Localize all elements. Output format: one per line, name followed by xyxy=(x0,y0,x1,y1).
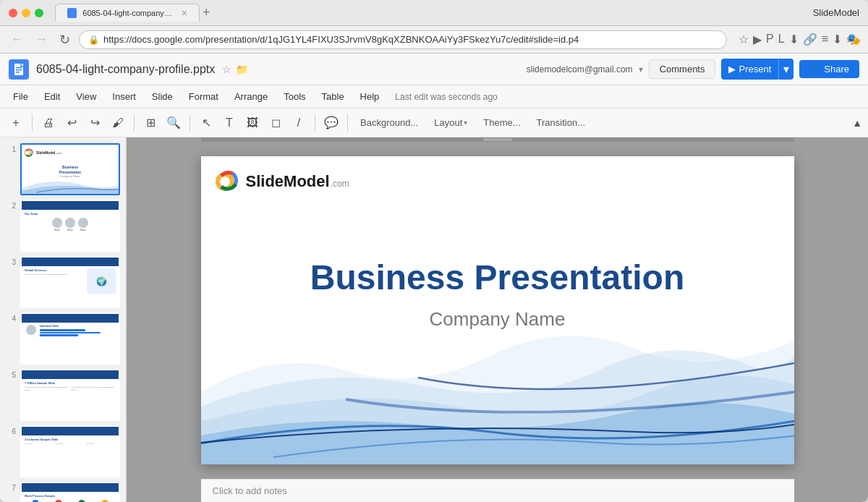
tab-close-icon[interactable]: × xyxy=(182,7,187,19)
text-tool-button[interactable]: T xyxy=(219,113,239,133)
toolbar-separator-5 xyxy=(347,114,348,132)
tab-area: 6085-04-light-company-p... × + xyxy=(55,4,807,22)
filename-icons: ☆ 📁 xyxy=(222,64,248,75)
url-text: https://docs.google.com/presentation/d/1… xyxy=(103,34,718,45)
lock-icon: 🔒 xyxy=(88,35,99,45)
maximize-button[interactable] xyxy=(35,9,43,17)
slide-main-title: Business Presentation xyxy=(201,258,794,297)
layout-label: Layout xyxy=(434,117,462,128)
present-dropdown-icon[interactable]: ▾ xyxy=(778,59,793,80)
slide-item-4[interactable]: 4 Individual Skills xyxy=(6,312,120,365)
collapse-toolbar-button[interactable]: ▲ xyxy=(852,117,862,129)
browser-icons: ☆ ▶ P L ⬇ 🔗 ≡ ⬇ 🎭 xyxy=(739,33,861,46)
share-button[interactable]: 👤 Share xyxy=(799,60,859,78)
refresh-button[interactable]: ↻ xyxy=(56,32,73,48)
toolbar-separator-2 xyxy=(134,114,135,132)
select-tool-button[interactable]: ↖ xyxy=(196,113,216,133)
present-button[interactable]: ▶ Present xyxy=(721,59,778,80)
theme-dropdown[interactable]: Theme... xyxy=(477,114,527,131)
notes-placeholder: Click to add notes xyxy=(213,485,287,496)
slide-number-1: 1 xyxy=(6,143,16,153)
menu-help[interactable]: Help xyxy=(353,88,387,105)
menu-file[interactable]: File xyxy=(6,88,35,105)
slide-thumb-4[interactable]: Individual Skills xyxy=(20,312,120,365)
pinterest-icon[interactable]: P xyxy=(766,33,774,46)
last-edit-status: Last edit was seconds ago xyxy=(395,92,497,102)
tab-favicon xyxy=(67,8,77,18)
zoom-display-button[interactable]: ⊞ xyxy=(140,113,161,133)
slide-thumb-5[interactable]: 7 Offline Sample Slide Lorem ipsum dolor… xyxy=(20,369,120,421)
background-dropdown[interactable]: Background... xyxy=(354,114,425,131)
image-tool-button[interactable]: 🖼 xyxy=(242,113,263,133)
menu-tools[interactable]: Tools xyxy=(276,88,312,105)
undo-button[interactable]: ↩ xyxy=(61,113,82,133)
back-button[interactable]: ← xyxy=(7,32,26,47)
slide-item-1[interactable]: 1 SlideModel.com Busin xyxy=(6,143,120,195)
comments-button[interactable]: Comments xyxy=(649,59,716,79)
print-button[interactable]: 🖨 xyxy=(38,113,59,133)
slides-panel: 1 SlideModel.com Busin xyxy=(0,137,127,502)
document-title[interactable]: 6085-04-light-company-profile.pptx xyxy=(36,63,215,76)
extension4-icon[interactable]: ⬇ xyxy=(833,33,842,46)
slide-thumb-6[interactable]: 3 Columns Sample Slide Col 1 text Col 2 … xyxy=(20,425,120,477)
menu-edit[interactable]: Edit xyxy=(37,88,67,105)
logo-text: SlideModel xyxy=(246,172,330,191)
slide-item-3[interactable]: 3 Global Services Lorem ipsum dolor sit … xyxy=(6,256,120,308)
slide-item-2[interactable]: 2 Our Team Name xyxy=(6,200,120,252)
favorite-icon[interactable]: ☆ xyxy=(222,64,231,75)
line-tool-button[interactable]: / xyxy=(289,113,309,133)
user-area: slidemodelcom@gmail.com ▾ Comments ▶ Pre… xyxy=(527,59,859,80)
menu-slide[interactable]: Slide xyxy=(145,88,180,105)
address-bar: ← → ↻ 🔒 https://docs.google.com/presenta… xyxy=(0,26,868,54)
lastpass-icon[interactable]: L xyxy=(778,33,785,46)
new-tab-button[interactable]: + xyxy=(203,5,210,20)
toolbar: + 🖨 ↩ ↪ 🖌 ⊞ 🔍 ↖ T 🖼 ◻ / 💬 Background... … xyxy=(0,109,868,137)
slide-thumb-7[interactable]: Work Process Sample ⚙ 📋 ✓ ★ xyxy=(20,482,120,502)
menu-arrange[interactable]: Arrange xyxy=(227,88,275,105)
extension3-icon[interactable]: ≡ xyxy=(822,33,828,46)
move-to-folder-icon[interactable]: 📁 xyxy=(236,64,248,75)
extension5-icon[interactable]: 🎭 xyxy=(846,33,861,46)
transition-label: Transition... xyxy=(537,117,585,128)
user-email[interactable]: slidemodelcom@gmail.com xyxy=(527,64,633,75)
slide-thumb-1[interactable]: SlideModel.com BusinessPresentation Comp… xyxy=(20,143,120,195)
zoom-in-button[interactable]: + xyxy=(6,113,26,133)
slide-logo-area: SlideModel .com xyxy=(216,168,349,195)
browser-tab[interactable]: 6085-04-light-company-p... × xyxy=(55,4,200,22)
extension-icon[interactable]: ⬇ xyxy=(789,33,799,46)
redo-button[interactable]: ↪ xyxy=(85,113,105,133)
extension2-icon[interactable]: 🔗 xyxy=(803,33,817,46)
slide-thumb-3[interactable]: Global Services Lorem ipsum dolor sit am… xyxy=(20,256,120,308)
layout-dropdown[interactable]: Layout ▾ xyxy=(427,114,474,131)
transition-dropdown[interactable]: Transition... xyxy=(530,114,592,131)
address-field[interactable]: 🔒 https://docs.google.com/presentation/d… xyxy=(79,30,727,49)
forward-button[interactable]: → xyxy=(32,32,51,47)
browser-window: 6085-04-light-company-p... × + SlideMode… xyxy=(0,0,868,502)
menu-format[interactable]: Format xyxy=(182,88,226,105)
canvas-area: SlideModel .com Business Presentation Co… xyxy=(127,137,868,502)
pocket-icon[interactable]: ▶ xyxy=(753,33,762,46)
slide-item-7[interactable]: 7 Work Process Sample ⚙ 📋 ✓ ★ xyxy=(6,482,120,502)
slide-number-2: 2 xyxy=(6,200,16,210)
minimize-button[interactable] xyxy=(22,9,30,17)
paint-format-button[interactable]: 🖌 xyxy=(108,113,128,133)
share-icon: 👤 xyxy=(809,64,821,75)
menu-view[interactable]: View xyxy=(69,88,103,105)
slide-number-4: 4 xyxy=(6,312,16,323)
theme-label: Theme... xyxy=(483,117,520,128)
slide-item-6[interactable]: 6 3 Columns Sample Slide Col 1 text Col … xyxy=(6,425,120,477)
zoom-fit-button[interactable]: 🔍 xyxy=(163,113,184,133)
toolbar-separator-1 xyxy=(32,114,33,132)
star-icon[interactable]: ☆ xyxy=(739,33,749,46)
menu-table[interactable]: Table xyxy=(315,88,352,105)
app-name-label: SlideModel xyxy=(813,7,859,18)
comment-tool-button[interactable]: 💬 xyxy=(321,113,341,133)
close-button[interactable] xyxy=(9,9,17,17)
notes-area[interactable]: Click to add notes xyxy=(201,479,794,502)
slide-thumb-2[interactable]: Our Team Name Name xyxy=(20,200,120,252)
slide-item-5[interactable]: 5 7 Offline Sample Slide Lorem ipsum dol… xyxy=(6,369,120,421)
svg-point-5 xyxy=(25,150,30,155)
user-dropdown-icon[interactable]: ▾ xyxy=(639,64,643,75)
shapes-tool-button[interactable]: ◻ xyxy=(265,113,286,133)
menu-insert[interactable]: Insert xyxy=(105,88,143,105)
